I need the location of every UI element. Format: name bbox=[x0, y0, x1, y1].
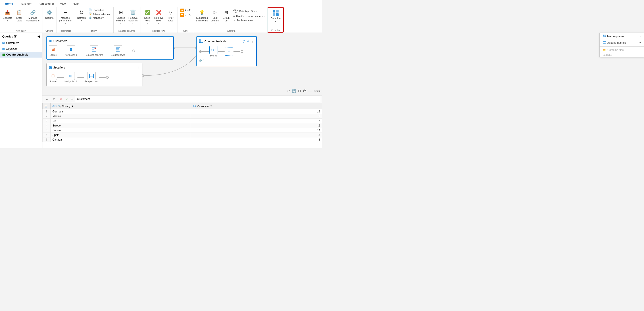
filter-rows-icon: ▽ bbox=[167, 9, 174, 16]
enter-data-button[interactable]: 📋 Enterdata bbox=[14, 8, 24, 23]
remove-columns-button[interactable]: 🗑️ Removecolumns ▾ bbox=[127, 8, 139, 25]
suppliers-box-menu[interactable]: ⋮ bbox=[136, 65, 140, 70]
suppliers-step-grouped[interactable]: Grouped rows bbox=[84, 72, 99, 83]
formula-input[interactable] bbox=[75, 96, 320, 102]
suppliers-step-nav1[interactable]: ⊞ Navigation 1 bbox=[64, 72, 77, 83]
customers-query-box[interactable]: ⊞ Customers ⋮ ⊞ Source bbox=[46, 36, 174, 59]
ribbon-group-combine: Combine ▾ Combine bbox=[268, 7, 284, 32]
ca-box-menu[interactable]: ⋮ bbox=[250, 39, 254, 43]
sidebar-item-suppliers[interactable]: ⊞ Suppliers bbox=[0, 46, 42, 52]
refresh-button[interactable]: ↻ Refresh ▾ bbox=[76, 8, 87, 23]
table-row[interactable]: 6 Spain 5 bbox=[43, 133, 322, 137]
group-by-button[interactable]: ⊞ Groupby bbox=[221, 8, 232, 23]
sidebar-item-customers[interactable]: ⊞ Customers bbox=[0, 40, 42, 46]
svg-rect-3 bbox=[276, 13, 278, 16]
suggested-transforms-button[interactable]: 💡 Suggestedtransforms bbox=[195, 8, 209, 23]
remove-columns-icon: 🗑️ bbox=[130, 9, 136, 16]
country-cell: Spain bbox=[51, 133, 191, 137]
advanced-editor-button[interactable]: 📝 Advanced editor bbox=[88, 12, 112, 16]
customers-cell: 5 bbox=[191, 114, 322, 119]
tab-help[interactable]: Help bbox=[70, 1, 82, 7]
tab-view[interactable]: View bbox=[57, 1, 70, 7]
get-data-button[interactable]: 📥 Get data ▾ bbox=[1, 8, 14, 23]
confirm-formula-btn[interactable]: ✓ bbox=[65, 97, 70, 101]
filter-rows-button[interactable]: ▽ Filterrows bbox=[165, 8, 176, 23]
cancel-formula-btn[interactable]: ✕ bbox=[58, 97, 64, 101]
table-row[interactable]: 5 France 11 bbox=[43, 128, 322, 133]
tab-add-column[interactable]: Add column bbox=[36, 1, 57, 7]
country-analysis-box[interactable]: Country Analysis ⬡ ↗ ⋮ bbox=[196, 36, 257, 66]
options-button[interactable]: ⚙️ Options bbox=[44, 8, 55, 20]
customers-step-removed-cols[interactable]: Removed columns bbox=[85, 45, 103, 56]
suppliers-query-box[interactable]: ⊞ Suppliers ⋮ ⊞ Source ⊞ bbox=[46, 63, 142, 86]
sidebar-header: Queries [3] ◀ bbox=[0, 33, 42, 40]
step-line-1 bbox=[58, 51, 64, 51]
map-icon[interactable]: 🗺 bbox=[303, 89, 306, 93]
ca-source-icon bbox=[210, 46, 218, 54]
suppliers-table-icon: ⊞ bbox=[2, 47, 5, 51]
ca-share-icon[interactable]: ⬡ bbox=[242, 39, 245, 43]
split-column-button[interactable]: ⫸ Splitcolumn ▾ bbox=[210, 8, 220, 25]
customers-step-nav1[interactable]: ⊞ Navigation 1 bbox=[65, 45, 77, 56]
customers-step-grouped[interactable]: Grouped rows bbox=[111, 45, 125, 56]
ca-expand-icon[interactable]: ↗ bbox=[246, 39, 249, 43]
keep-rows-button[interactable]: ✅ Keeprows ▾ bbox=[142, 8, 152, 25]
row-num-cell: 6 bbox=[43, 133, 51, 137]
manage-connections-button[interactable]: 🔗 Manageconnections bbox=[25, 8, 41, 23]
use-first-row-icon: ⊞ bbox=[233, 15, 235, 18]
table-row[interactable]: 1 Germany 11 bbox=[43, 109, 322, 114]
manage-parameters-button[interactable]: ☰ Manageparameters ▾ bbox=[58, 8, 73, 25]
ca-add-step[interactable]: + bbox=[225, 47, 233, 55]
sidebar-collapse-icon[interactable]: ◀ bbox=[38, 34, 40, 38]
data-type-button[interactable]: ABC123 Data type: Text ▾ bbox=[232, 8, 266, 14]
expand-collapse-up[interactable]: ▲ bbox=[44, 97, 50, 101]
ribbon-group-query-content: ↻ Refresh ▾ 📄 Properties 📝 Advanced edit… bbox=[76, 8, 112, 29]
country-cell: France bbox=[51, 128, 191, 133]
use-first-row-button[interactable]: ⊞ Use first row as headers ▾ bbox=[232, 14, 266, 18]
svg-rect-1 bbox=[276, 10, 278, 12]
grid-header-country[interactable]: ABC 🔍 Country ▼ bbox=[51, 103, 191, 109]
fit-page-icon[interactable]: ⊡ bbox=[298, 89, 301, 93]
grid-header-customers[interactable]: 123 Customers ▼ bbox=[191, 103, 322, 109]
ca-step-line-3 bbox=[234, 51, 240, 52]
customers-cell: 7 bbox=[191, 119, 322, 123]
tab-transform[interactable]: Transform bbox=[16, 1, 36, 7]
manage-button[interactable]: ⚙️ Manage ▾ bbox=[88, 16, 112, 20]
customers-nav1-icon: ⊞ bbox=[67, 45, 75, 53]
customers-table-icon: ⊞ bbox=[2, 41, 5, 45]
zoom-minus-icon[interactable]: — bbox=[308, 89, 312, 93]
suppliers-step-source[interactable]: ⊞ Source bbox=[49, 72, 57, 83]
suppliers-nav1-icon: ⊞ bbox=[67, 72, 75, 80]
sidebar-item-country-analysis[interactable]: ⊞ Country Analysis bbox=[0, 52, 42, 57]
table-row[interactable]: 3 UK 7 bbox=[43, 119, 322, 123]
tab-home[interactable]: Home bbox=[2, 1, 16, 7]
redo-icon[interactable]: 🔄 bbox=[292, 89, 296, 93]
remove-rows-button[interactable]: ❌ Removerows ▾ bbox=[153, 8, 165, 25]
country-type-icon: ABC bbox=[52, 105, 57, 107]
table-row[interactable]: 4 Sweden 2 bbox=[43, 123, 322, 128]
expand-collapse-down[interactable]: ▼ bbox=[51, 97, 57, 101]
customers-dropdown-icon[interactable]: ▼ bbox=[210, 105, 212, 107]
combine-button[interactable]: Combine ▾ bbox=[270, 8, 282, 23]
step-line-2 bbox=[78, 51, 84, 51]
customers-box-menu[interactable]: ⋮ bbox=[168, 39, 171, 43]
ca-step-source[interactable]: Source bbox=[210, 46, 218, 57]
ribbon-group-new-query-label: New query bbox=[1, 29, 41, 32]
suppliers-source-icon: ⊞ bbox=[49, 72, 57, 80]
replace-values-button[interactable]: ↔ Replace values bbox=[232, 18, 266, 22]
sort-az-button[interactable]: 🔼 A→Z bbox=[179, 8, 192, 12]
country-dropdown-icon[interactable]: ▼ bbox=[72, 105, 74, 107]
sort-za-button[interactable]: 🔽 Z→A bbox=[179, 13, 192, 17]
choose-columns-button[interactable]: ⊞ Choosecolumns ▾ bbox=[115, 8, 127, 25]
properties-button[interactable]: 📄 Properties bbox=[88, 8, 112, 12]
country-cell: Germany bbox=[51, 109, 191, 114]
ribbon-group-transform-label: Transform bbox=[195, 29, 266, 32]
table-row[interactable]: 7 Canada 3 bbox=[43, 137, 322, 142]
table-row[interactable]: 2 Mexico 5 bbox=[43, 114, 322, 119]
undo-icon[interactable]: ↩ bbox=[287, 89, 290, 93]
customers-step-source[interactable]: ⊞ Source bbox=[49, 45, 57, 56]
customers-end-circle bbox=[132, 49, 135, 52]
remove-rows-icon: ❌ bbox=[155, 9, 162, 16]
suppliers-box-title: Suppliers bbox=[53, 66, 65, 69]
grid-header-row: ⊞ ABC 🔍 Country ▼ bbox=[43, 103, 322, 109]
